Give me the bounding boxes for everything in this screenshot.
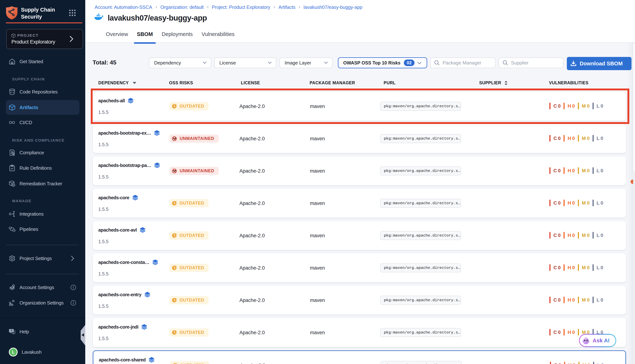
svg-text:?: ? — [11, 329, 12, 332]
